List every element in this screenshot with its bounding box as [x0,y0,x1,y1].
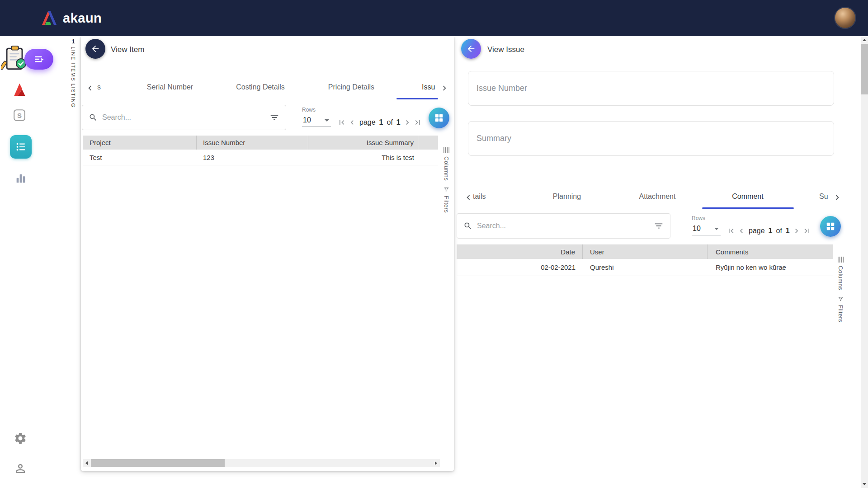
scroll-up-button[interactable] [861,36,868,44]
rows-per-page-select[interactable]: 10 [692,224,721,235]
last-page-icon [413,118,422,127]
tab-details-partial[interactable]: tails [473,192,486,201]
sidebar-item-red-app[interactable] [10,81,28,99]
chevron-left-icon [85,83,95,93]
columns-grip-icon [838,257,844,263]
grid-view-button[interactable] [429,108,449,128]
column-header-issue-summary[interactable]: Issue Summary [308,136,418,150]
prev-page-button[interactable] [736,225,746,237]
caret-down-icon [714,228,719,230]
last-page-button[interactable] [802,225,812,237]
horizontal-scroll-thumb[interactable] [91,459,225,467]
pagination: page 1 of 1 [726,224,812,238]
table-header-row: Date User Comments [457,244,833,259]
tab-planning[interactable]: Planning [542,192,591,201]
sidebar-item-reports[interactable] [14,171,28,186]
filters-side-tab[interactable]: Filters [443,187,450,213]
scroll-down-button[interactable] [861,480,868,488]
next-page-button[interactable] [402,117,412,128]
first-page-icon [337,118,346,127]
cell-issue-summary: This is test [308,150,418,165]
back-button[interactable] [461,39,481,59]
person-icon [14,462,27,475]
next-page-button[interactable] [792,225,802,237]
columns-side-tab-label: Columns [837,266,844,290]
triangle-left-icon [85,461,88,465]
tabs-scroll-right-button[interactable] [832,192,843,203]
columns-grip-icon [443,147,449,153]
scroll-left-button[interactable] [83,459,90,467]
prev-page-icon [737,226,746,235]
rows-value: 10 [303,116,311,124]
first-page-button[interactable] [337,117,347,128]
back-icon [90,44,100,54]
prev-page-button[interactable] [347,117,357,128]
tabs-scroll-right-button[interactable] [439,83,450,94]
playlist-icon [33,53,45,65]
filter-icon [269,113,279,122]
last-page-button[interactable] [413,117,423,128]
tab-pricing-details[interactable]: Pricing Details [320,83,383,91]
column-header-project[interactable]: Project [83,136,197,150]
filter-icon [654,221,664,231]
table-row[interactable]: Test 123 This is test [83,150,438,165]
rows-label: Rows [692,215,721,221]
tab-issue-active[interactable]: Issu [422,83,435,91]
line-items-pill-button[interactable] [24,49,53,70]
summary-input[interactable] [476,134,826,143]
filters-side-tab[interactable]: Filters [837,296,844,322]
table-row[interactable]: 02-02-2021 Qureshi Ryūjin no ken wo kūra… [457,259,833,276]
cell-issue-number: 123 [197,150,308,165]
filter-button[interactable] [269,113,279,122]
column-header-comments[interactable]: Comments [708,244,833,259]
triangle-down-icon [863,483,866,485]
issue-number-input[interactable] [476,84,826,93]
vertical-scroll-thumb[interactable] [861,44,868,94]
horizontal-scrollbar[interactable] [83,459,440,467]
brand-logo[interactable]: akaun [41,0,102,36]
chevron-left-icon [463,192,473,202]
tab-costing-details[interactable]: Costing Details [228,83,292,91]
page-current: 1 [769,227,773,235]
search-input[interactable] [102,113,265,122]
filter-button[interactable] [654,221,664,231]
user-avatar[interactable] [835,8,855,28]
column-header-issue-number[interactable]: Issue Number [197,136,308,150]
columns-side-tab[interactable]: Columns [837,257,844,290]
tabs-scroll-left-button[interactable] [85,83,95,94]
last-page-icon [802,226,811,235]
tab-comment-active[interactable]: Comment [719,192,777,201]
sidebar-item-line-items-active[interactable] [10,135,32,159]
grid-view-button[interactable] [820,216,841,237]
triangle-right-icon [435,461,437,465]
column-header-user[interactable]: User [583,244,708,259]
topbar: akaun [0,0,868,36]
tab-partial[interactable]: s [97,83,101,91]
summary-field [468,121,834,156]
column-header-date[interactable]: Date [457,244,583,259]
back-button[interactable] [85,39,105,59]
tabs-scroll-left-button[interactable] [463,192,474,203]
sidebar-item-s-document[interactable]: S [12,108,27,122]
columns-side-tab-label: Columns [443,156,450,181]
scroll-right-button[interactable] [432,459,440,467]
profile-button[interactable] [13,461,28,476]
table-side-tabs: Columns Filters [834,257,847,322]
item-tabbar: s Serial Number Costing Details Pricing … [81,77,454,99]
chevron-right-icon [439,83,449,93]
first-page-button[interactable] [726,225,736,237]
page-word: page [359,118,376,127]
filters-side-tab-label: Filters [837,305,844,322]
tab-sub-partial[interactable]: Su [819,192,828,201]
settings-button[interactable] [13,431,28,446]
grid-view-icon [434,113,444,123]
next-page-icon [792,226,801,235]
rows-per-page-select[interactable]: 10 [302,115,331,127]
search-input[interactable] [477,222,649,230]
vertical-scrollbar[interactable] [861,36,868,488]
tab-serial-number[interactable]: Serial Number [140,83,200,91]
page-word: page [749,227,765,235]
cell-spacer [418,150,438,165]
columns-side-tab[interactable]: Columns [443,147,450,181]
tab-attachment[interactable]: Attachment [628,192,686,201]
